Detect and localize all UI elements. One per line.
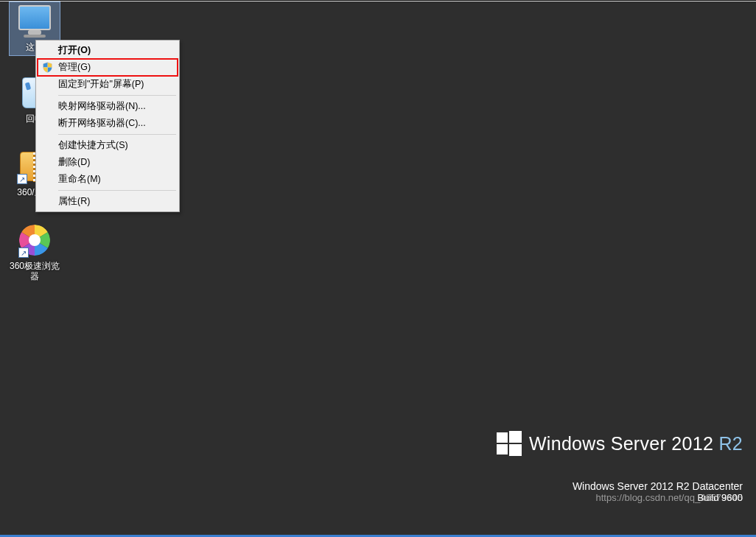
menu-separator: [58, 134, 176, 135]
svg-rect-3: [509, 444, 522, 456]
menu-item-label: 重命名(M): [58, 173, 101, 186]
windows-logo-icon: [497, 431, 522, 456]
menu-item-rename[interactable]: 重命名(M): [38, 171, 178, 188]
menu-item-label: 创建快捷方式(S): [58, 139, 128, 152]
os-product-name: Windows Server 2012 R2: [529, 433, 743, 454]
watermark-line: https://blog.csdn.net/qq_46573345 Build …: [573, 492, 743, 503]
menu-item-label: 打开(O): [58, 44, 91, 57]
menu-item-delete[interactable]: 删除(D): [38, 154, 178, 171]
svg-rect-1: [509, 431, 522, 443]
menu-item-label: 断开网络驱动器(C)...: [58, 117, 146, 130]
menu-item-label: 固定到"开始"屏幕(P): [58, 78, 144, 91]
menu-item-pin-to-start[interactable]: 固定到"开始"屏幕(P): [38, 76, 178, 93]
menu-item-properties[interactable]: 属性(R): [38, 193, 178, 210]
menu-separator: [58, 95, 176, 96]
shortcut-arrow-icon: ↗: [17, 174, 27, 184]
build-number: Build 9600: [698, 492, 743, 503]
shortcut-arrow-icon: ↗: [18, 248, 29, 258]
menu-item-label: 映射网络驱动器(N)...: [58, 100, 146, 113]
desktop-icon-label: 360极速浏览器: [7, 261, 62, 281]
menu-item-disconnect-drive[interactable]: 断开网络驱动器(C)...: [38, 115, 178, 132]
menu-item-label: 管理(G): [58, 61, 91, 74]
os-brand: Windows Server 2012 R2: [497, 431, 743, 456]
menu-item-label: 删除(D): [58, 156, 90, 169]
os-edition-line: Windows Server 2012 R2 Datacenter: [573, 480, 743, 492]
uac-shield-icon: [42, 62, 53, 73]
menu-item-map-drive[interactable]: 映射网络驱动器(N)...: [38, 98, 178, 115]
svg-rect-2: [497, 444, 508, 454]
computer-icon: [17, 4, 52, 39]
menu-item-open[interactable]: 打开(O): [38, 42, 178, 59]
svg-rect-0: [497, 432, 508, 443]
os-edition-block: Windows Server 2012 R2 Datacenter https:…: [573, 480, 743, 503]
menu-item-label: 属性(R): [58, 195, 90, 208]
menu-separator: [58, 190, 176, 191]
desktop-icon-360-browser[interactable]: ↗ 360极速浏览器: [7, 222, 62, 281]
context-menu: 打开(O) 管理(G) 固定到"开始"屏幕(P) 映射网络驱动器(N)... 断…: [35, 40, 180, 212]
window-top-highlight: [0, 1, 756, 1]
menu-item-create-shortcut[interactable]: 创建快捷方式(S): [38, 137, 178, 154]
browser-icon: ↗: [17, 222, 52, 258]
desktop[interactable]: 这台 回收 ↗ 360/上锁: [0, 0, 756, 537]
menu-item-manage[interactable]: 管理(G): [38, 59, 178, 76]
